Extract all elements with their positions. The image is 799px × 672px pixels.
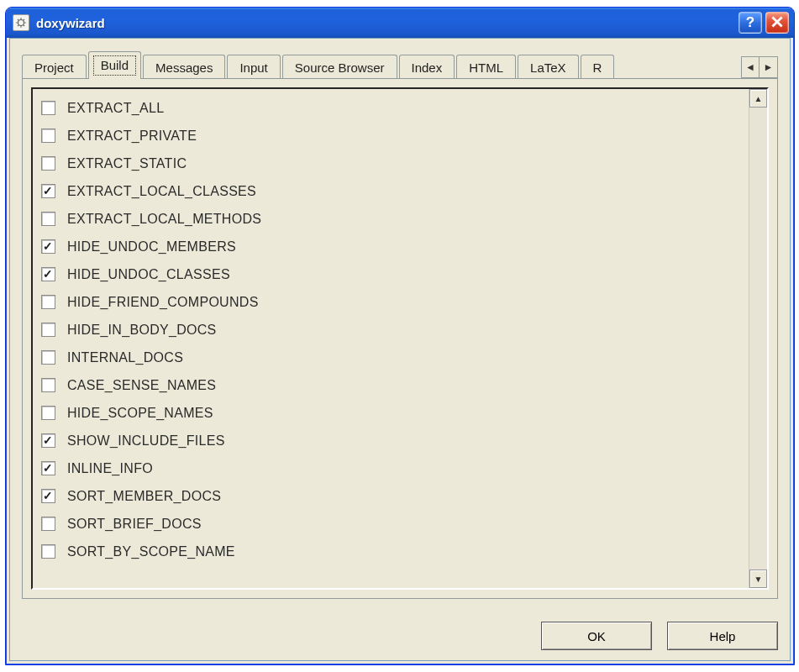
option-checkbox[interactable]	[41, 239, 55, 254]
tab-label: Input	[239, 60, 267, 75]
chevron-up-icon: ▲	[754, 94, 763, 103]
vertical-scrollbar[interactable]: ▲ ▼	[749, 89, 767, 588]
option-checkbox[interactable]	[41, 295, 55, 309]
option-row[interactable]: HIDE_IN_BODY_DOCS	[41, 316, 745, 344]
option-label: SORT_BRIEF_DOCS	[67, 517, 202, 532]
option-row[interactable]: EXTRACT_STATIC	[41, 150, 745, 177]
option-label: HIDE_FRIEND_COMPOUNDS	[67, 295, 259, 310]
titlebar-close-button[interactable]	[765, 12, 789, 34]
option-checkbox[interactable]	[41, 517, 55, 531]
chevron-right-icon: ►	[764, 61, 774, 73]
option-checkbox[interactable]	[41, 433, 55, 448]
window-title: doxywizard	[36, 16, 105, 30]
close-icon	[771, 16, 783, 30]
option-label: INLINE_INFO	[67, 461, 153, 476]
window-frame: doxywizard ? ProjectBuildMessagesInputSo…	[5, 7, 795, 665]
option-row[interactable]: EXTRACT_ALL	[41, 94, 745, 122]
tab-r[interactable]: R	[581, 55, 615, 80]
option-label: EXTRACT_LOCAL_METHODS	[67, 212, 261, 227]
option-label: HIDE_UNDOC_MEMBERS	[67, 239, 236, 255]
option-row[interactable]: SHOW_INCLUDE_FILES	[41, 427, 745, 454]
tab-scroll-controls: ◄ ►	[741, 55, 778, 79]
option-checkbox[interactable]	[41, 129, 55, 143]
option-checkbox[interactable]	[41, 489, 55, 503]
help-button[interactable]: Help	[667, 622, 778, 650]
option-row[interactable]: HIDE_UNDOC_MEMBERS	[41, 233, 745, 260]
options-list[interactable]: EXTRACT_ALLEXTRACT_PRIVATEEXTRACT_STATIC…	[33, 89, 749, 588]
option-checkbox[interactable]	[41, 323, 55, 337]
option-row[interactable]: HIDE_UNDOC_CLASSES	[41, 260, 745, 288]
option-checkbox[interactable]	[41, 544, 55, 559]
svg-point-0	[18, 20, 24, 26]
tab-label: Source Browser	[295, 60, 385, 75]
option-label: CASE_SENSE_NAMES	[67, 378, 216, 393]
scroll-down-button[interactable]: ▼	[749, 570, 767, 588]
option-label: SORT_BY_SCOPE_NAME	[67, 544, 235, 559]
option-row[interactable]: SORT_BRIEF_DOCS	[41, 510, 745, 538]
tab-latex[interactable]: LaTeX	[518, 55, 579, 80]
option-checkbox[interactable]	[41, 101, 55, 115]
chevron-down-icon: ▼	[754, 575, 763, 584]
tab-label: HTML	[469, 60, 503, 75]
option-label: HIDE_UNDOC_CLASSES	[67, 267, 230, 282]
option-row[interactable]: EXTRACT_LOCAL_CLASSES	[41, 177, 745, 205]
option-label: SORT_MEMBER_DOCS	[67, 489, 221, 504]
option-checkbox[interactable]	[41, 184, 55, 198]
option-label: HIDE_SCOPE_NAMES	[67, 406, 213, 421]
tab-messages[interactable]: Messages	[143, 55, 225, 80]
tab-scroll-right[interactable]: ►	[760, 56, 778, 78]
tab-index[interactable]: Index	[399, 55, 455, 80]
option-label: EXTRACT_LOCAL_CLASSES	[67, 184, 256, 199]
option-checkbox[interactable]	[41, 212, 55, 226]
option-checkbox[interactable]	[41, 378, 55, 392]
tab-html[interactable]: HTML	[456, 55, 516, 80]
tab-scroll-left[interactable]: ◄	[741, 56, 760, 78]
option-label: EXTRACT_STATIC	[67, 156, 187, 171]
tab-label: R	[593, 60, 602, 75]
tab-label: Index	[412, 60, 443, 75]
tab-label: Build	[101, 58, 129, 72]
option-checkbox[interactable]	[41, 156, 55, 171]
tab-input[interactable]: Input	[227, 55, 280, 80]
option-checkbox[interactable]	[41, 267, 55, 281]
titlebar[interactable]: doxywizard ?	[6, 8, 794, 38]
client-area: ProjectBuildMessagesInputSource BrowserI…	[9, 38, 791, 661]
option-row[interactable]: HIDE_SCOPE_NAMES	[41, 399, 745, 427]
titlebar-help-button[interactable]: ?	[739, 12, 762, 34]
option-row[interactable]: EXTRACT_PRIVATE	[41, 122, 745, 150]
option-row[interactable]: EXTRACT_LOCAL_METHODS	[41, 205, 745, 233]
tab-project[interactable]: Project	[22, 55, 87, 80]
options-list-frame: EXTRACT_ALLEXTRACT_PRIVATEEXTRACT_STATIC…	[31, 87, 769, 590]
tab-label: Messages	[155, 60, 213, 75]
option-checkbox[interactable]	[41, 406, 55, 420]
tab-label: LaTeX	[530, 60, 566, 75]
option-row[interactable]: INTERNAL_DOCS	[41, 344, 745, 371]
chevron-left-icon: ◄	[745, 61, 755, 73]
tab-build[interactable]: Build	[88, 51, 141, 79]
tab-strip: ProjectBuildMessagesInputSource BrowserI…	[22, 52, 778, 79]
option-row[interactable]: INLINE_INFO	[41, 454, 745, 482]
tab-label: Project	[34, 60, 74, 75]
ok-button[interactable]: OK	[541, 622, 652, 650]
option-label: EXTRACT_PRIVATE	[67, 129, 197, 144]
option-row[interactable]: HIDE_FRIEND_COMPOUNDS	[41, 288, 745, 316]
tab-source-browser[interactable]: Source Browser	[282, 55, 397, 80]
scroll-up-button[interactable]: ▲	[749, 89, 767, 108]
option-label: EXTRACT_ALL	[67, 101, 164, 116]
option-label: INTERNAL_DOCS	[67, 350, 183, 365]
tab-page-build: EXTRACT_ALLEXTRACT_PRIVATEEXTRACT_STATIC…	[22, 78, 778, 599]
option-row[interactable]: SORT_MEMBER_DOCS	[41, 482, 745, 510]
option-row[interactable]: SORT_BY_SCOPE_NAME	[41, 538, 745, 565]
option-label: SHOW_INCLUDE_FILES	[67, 433, 225, 449]
option-row[interactable]: CASE_SENSE_NAMES	[41, 371, 745, 399]
option-checkbox[interactable]	[41, 461, 55, 475]
dialog-button-row: OK Help	[541, 622, 778, 650]
option-checkbox[interactable]	[41, 350, 55, 365]
option-label: HIDE_IN_BODY_DOCS	[67, 323, 217, 338]
app-icon	[13, 14, 29, 31]
